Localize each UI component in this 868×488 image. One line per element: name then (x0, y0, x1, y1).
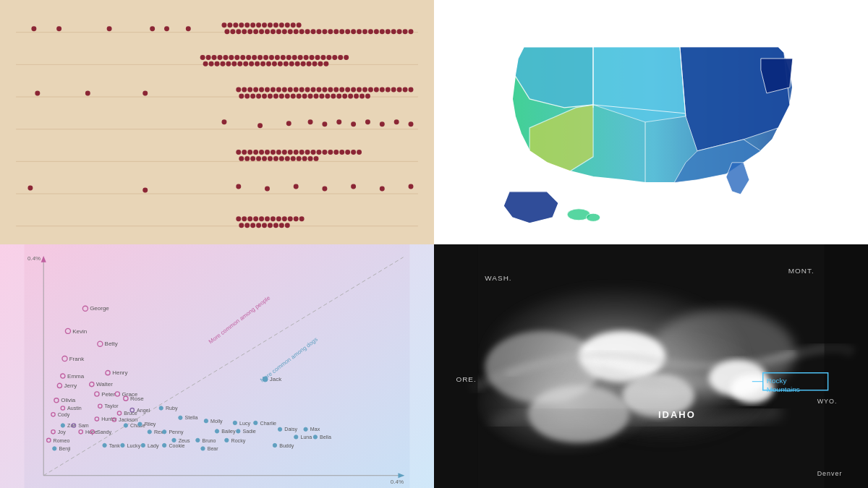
svg-text:Kevin: Kevin (72, 328, 87, 334)
svg-point-29 (236, 29, 241, 34)
svg-point-330 (278, 427, 281, 431)
svg-point-112 (242, 87, 247, 93)
svg-point-128 (333, 87, 339, 93)
svg-point-196 (351, 150, 356, 155)
svg-point-105 (312, 61, 318, 67)
svg-text:Benji: Benji (59, 446, 71, 452)
svg-point-19 (256, 22, 261, 27)
svg-point-10 (150, 26, 155, 31)
svg-point-126 (322, 87, 327, 93)
svg-point-122 (299, 87, 305, 93)
svg-point-42 (311, 29, 316, 34)
svg-point-176 (236, 150, 241, 155)
svg-text:Romeo: Romeo (54, 437, 70, 443)
svg-text:Lucky: Lucky (127, 442, 141, 448)
svg-point-141 (409, 87, 414, 93)
svg-point-33 (259, 29, 264, 34)
svg-point-187 (299, 150, 305, 155)
svg-text:Molly: Molly (210, 418, 223, 424)
svg-point-181 (265, 150, 270, 155)
svg-point-47 (339, 29, 344, 34)
svg-point-352 (201, 446, 205, 450)
svg-point-223 (247, 216, 252, 221)
svg-point-314 (254, 421, 258, 424)
svg-point-206 (285, 156, 290, 161)
svg-point-211 (314, 156, 319, 161)
svg-point-111 (236, 87, 241, 93)
us-map-quadrant (434, 0, 868, 244)
svg-point-148 (273, 94, 278, 99)
svg-point-236 (256, 223, 261, 228)
svg-point-164 (365, 94, 370, 99)
svg-text:Bailey: Bailey (221, 429, 236, 435)
svg-point-45 (328, 29, 333, 34)
svg-point-186 (294, 150, 299, 155)
svg-point-46 (333, 29, 339, 34)
svg-text:Emma: Emma (67, 372, 85, 379)
svg-point-107 (323, 61, 328, 67)
svg-point-63 (217, 55, 222, 60)
us-choropleth-map (456, 12, 846, 232)
svg-point-336 (53, 446, 56, 450)
svg-point-197 (357, 150, 362, 155)
svg-point-161 (348, 94, 353, 99)
svg-point-21 (268, 22, 273, 27)
svg-point-78 (304, 55, 309, 60)
svg-point-30 (242, 29, 247, 34)
svg-text:Mountains: Mountains (767, 385, 800, 393)
svg-point-247 (586, 213, 600, 221)
svg-text:Bruno: Bruno (203, 437, 216, 443)
satellite-weather-svg: WASH. MONT. ORE. WYO. Denver IDAHO Rocky… (434, 244, 868, 489)
svg-point-324 (163, 429, 166, 433)
svg-point-115 (259, 87, 264, 93)
svg-point-75 (286, 55, 292, 60)
svg-text:Henry: Henry (112, 369, 127, 376)
svg-point-203 (268, 156, 273, 161)
svg-point-86 (203, 61, 208, 67)
svg-point-158 (331, 94, 336, 99)
svg-point-201 (256, 156, 261, 161)
svg-point-185 (288, 150, 293, 155)
svg-point-222 (242, 216, 247, 221)
svg-point-217 (322, 187, 327, 192)
svg-point-77 (298, 55, 303, 60)
svg-point-93 (243, 61, 248, 67)
svg-point-308 (124, 423, 127, 427)
svg-point-233 (239, 223, 244, 228)
svg-point-356 (294, 435, 298, 438)
svg-text:Angel: Angel (137, 407, 150, 413)
svg-point-27 (224, 29, 229, 34)
svg-point-310 (138, 422, 142, 426)
svg-point-94 (249, 61, 254, 67)
svg-point-177 (242, 150, 247, 155)
svg-point-24 (285, 22, 290, 27)
svg-point-28 (230, 29, 235, 34)
svg-point-143 (244, 94, 250, 99)
svg-point-136 (380, 87, 385, 93)
svg-point-57 (397, 29, 402, 34)
svg-point-48 (345, 29, 350, 34)
svg-point-332 (304, 427, 307, 431)
svg-text:Austin: Austin (67, 406, 82, 411)
svg-point-240 (279, 223, 284, 228)
svg-point-214 (236, 184, 241, 189)
svg-point-166 (258, 123, 263, 128)
svg-text:Rocky: Rocky (767, 376, 787, 384)
svg-point-99 (278, 61, 283, 67)
svg-point-198 (239, 156, 244, 161)
svg-text:Rose: Rose (130, 395, 144, 401)
svg-point-220 (409, 184, 414, 189)
svg-point-153 (302, 94, 307, 99)
svg-point-16 (239, 22, 244, 27)
svg-point-98 (272, 61, 277, 67)
svg-text:George: George (90, 305, 109, 312)
svg-text:Cookie: Cookie (169, 442, 184, 448)
svg-point-25 (291, 22, 296, 27)
svg-point-54 (380, 29, 385, 34)
svg-point-228 (276, 216, 281, 221)
svg-point-132 (357, 87, 362, 93)
svg-point-237 (262, 223, 267, 228)
svg-text:Walter: Walter (96, 381, 113, 388)
svg-point-167 (286, 121, 292, 126)
svg-text:Jerry: Jerry (64, 382, 77, 389)
